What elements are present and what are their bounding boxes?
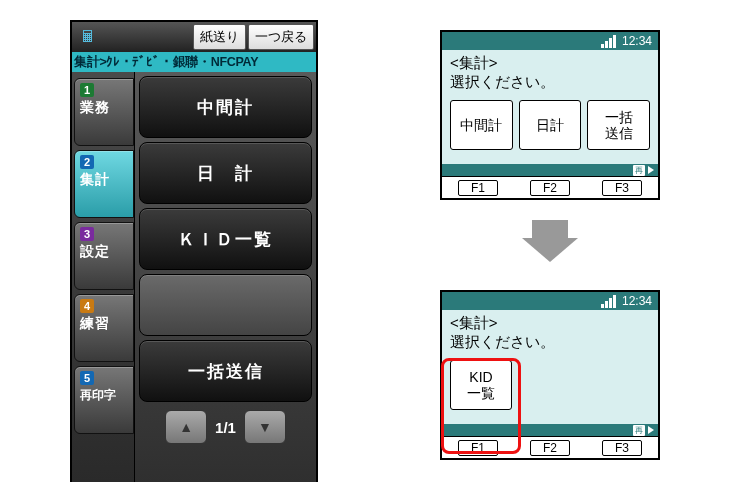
fkey-f2[interactable]: F2 — [530, 180, 570, 196]
tab-number: 1 — [80, 83, 94, 97]
menu-item-kid[interactable]: ＫＩＤ一覧 — [139, 208, 312, 270]
screen-prompt: 選択ください。 — [450, 73, 650, 92]
clock: 12:34 — [622, 294, 652, 308]
calculator-icon: 🖩 — [76, 25, 100, 49]
option-kid[interactable]: KID一覧 — [450, 360, 512, 410]
foot-strip: 再 — [442, 164, 658, 176]
screen-body: <集計> 選択ください。 KID一覧 — [442, 310, 658, 424]
next-icon — [648, 166, 654, 174]
terminal-body: 1 業務 2 集計 3 設定 4 練習 5 再印字 中間計 日 計 ＫＩＤ — [72, 72, 316, 482]
breadcrumb: 集計>ｸﾚ・ﾃﾞﾋﾞ・銀聯・NFCPAY — [72, 52, 316, 72]
signal-icon — [601, 295, 616, 308]
tab-label: 集計 — [80, 171, 133, 189]
option-nikkei[interactable]: 日計 — [519, 100, 582, 150]
down-arrow-icon — [522, 220, 578, 270]
signal-icon — [601, 35, 616, 48]
back-button[interactable]: 一つ戻る — [248, 24, 314, 50]
next-icon — [648, 426, 654, 434]
menu-item-chuukan[interactable]: 中間計 — [139, 76, 312, 138]
reprint-chip: 再 — [633, 165, 645, 176]
side-tab-saiinji[interactable]: 5 再印字 — [74, 366, 134, 434]
screen-body: <集計> 選択ください。 中間計 日計 一括送信 — [442, 50, 658, 164]
status-bar: 12:34 — [442, 32, 658, 50]
side-tabs: 1 業務 2 集計 3 設定 4 練習 5 再印字 — [72, 72, 134, 482]
page-indicator: 1/1 — [215, 419, 236, 436]
side-tab-settei[interactable]: 3 設定 — [74, 222, 134, 290]
foot-strip: 再 — [442, 424, 658, 436]
paper-feed-button[interactable]: 紙送り — [193, 24, 246, 50]
main-menu: 中間計 日 計 ＫＩＤ一覧 一括送信 ▲ 1/1 ▼ — [134, 72, 316, 482]
option-row: KID一覧 — [450, 360, 650, 410]
fkey-f1[interactable]: F1 — [458, 440, 498, 456]
menu-item-nikkei[interactable]: 日 計 — [139, 142, 312, 204]
page-down-button[interactable]: ▼ — [244, 410, 286, 444]
tab-label: 再印字 — [80, 387, 133, 404]
side-tab-gyoumu[interactable]: 1 業務 — [74, 78, 134, 146]
tab-label: 業務 — [80, 99, 133, 117]
fkey-f2[interactable]: F2 — [530, 440, 570, 456]
pager: ▲ 1/1 ▼ — [139, 406, 312, 448]
tab-label: 練習 — [80, 315, 133, 333]
fkey-f3[interactable]: F3 — [602, 180, 642, 196]
status-bar: 12:34 — [442, 292, 658, 310]
option-row: 中間計 日計 一括送信 — [450, 100, 650, 150]
fkey-f3[interactable]: F3 — [602, 440, 642, 456]
clock: 12:34 — [622, 34, 652, 48]
screen-title: <集計> — [450, 54, 650, 73]
screen-title: <集計> — [450, 314, 650, 333]
reprint-chip: 再 — [633, 425, 645, 436]
fkey-row: F1 F2 F3 — [442, 176, 658, 198]
tab-label: 設定 — [80, 243, 133, 261]
fkey-row: F1 F2 F3 — [442, 436, 658, 458]
option-ikkatsu[interactable]: 一括送信 — [587, 100, 650, 150]
menu-item-empty — [139, 274, 312, 336]
keypad-terminal-screen-1: 12:34 <集計> 選択ください。 中間計 日計 一括送信 再 F1 F2 F… — [440, 30, 660, 200]
option-chuukan[interactable]: 中間計 — [450, 100, 513, 150]
side-tab-renshuu[interactable]: 4 練習 — [74, 294, 134, 362]
screen-prompt: 選択ください。 — [450, 333, 650, 352]
tab-number: 2 — [80, 155, 94, 169]
menu-item-ikkatsu[interactable]: 一括送信 — [139, 340, 312, 402]
tab-number: 5 — [80, 371, 94, 385]
page-up-button[interactable]: ▲ — [165, 410, 207, 444]
keypad-terminal-screen-2: 12:34 <集計> 選択ください。 KID一覧 再 F1 F2 F3 — [440, 290, 660, 460]
side-tab-shuukei[interactable]: 2 集計 — [74, 150, 134, 218]
terminal-top-bar: 🖩 紙送り 一つ戻る — [72, 22, 316, 52]
touch-terminal: 🖩 紙送り 一つ戻る 集計>ｸﾚ・ﾃﾞﾋﾞ・銀聯・NFCPAY 1 業務 2 集… — [70, 20, 318, 482]
tab-number: 3 — [80, 227, 94, 241]
fkey-f1[interactable]: F1 — [458, 180, 498, 196]
tab-number: 4 — [80, 299, 94, 313]
